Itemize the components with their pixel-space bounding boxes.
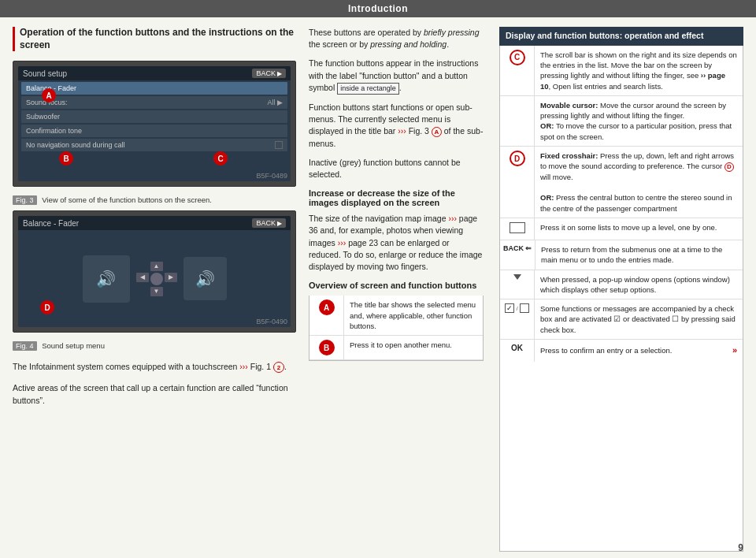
badge-c-screen: C [213,151,228,166]
img-number-1: B5F-0489 [256,172,287,180]
menu-item-subwoofer[interactable]: Subwoofer [21,110,287,123]
speaker-icon-right: 🔊 [183,257,227,300]
rt-row-cursor: Movable cursor: Move the cursor around t… [500,96,743,147]
fig4-caption: Fig. 4 Sound setup menu [13,341,296,350]
arrow-right[interactable]: ▶ [165,273,177,282]
d-inline-badge: D [724,162,734,172]
device-screen-2: Balance - Fader BACK ▶ 🔊 ▲ ◀ [13,210,296,333]
icon-square [510,222,525,233]
fig3-label: Fig. 3 [13,195,37,205]
right-panel-table: C The scroll bar is shown on the right a… [499,46,743,552]
rt-row-triangle: When pressed, a pop-up window opens (opt… [500,270,743,300]
fig4-label: Fig. 4 [13,341,37,351]
checkbox-icon: ✓ / [505,303,528,313]
badge-b-icon: B [319,340,335,355]
ok-icon: OK [511,344,523,352]
section-heading: Operation of the function buttons and th… [13,27,296,51]
icon-d: D [510,151,525,166]
inline-rect: inside a rectangle [337,83,399,95]
middle-column: These buttons are operated by briefly pr… [309,27,487,552]
rt-row-d: D Fixed crosshair: Press the up, down, l… [500,147,743,218]
fig3-caption: Fig. 3 View of some of the function butt… [13,195,296,204]
header-title: Introduction [348,3,408,14]
arrow-down[interactable]: ▼ [150,287,163,296]
fig-ref-badge: 2 [273,362,284,373]
para4: Inactive (grey) function buttons cannot … [309,157,484,180]
right-panel-header: Display and function buttons: operation … [499,27,743,46]
arrow-controls: ▲ ◀ ▶ ▼ [136,262,177,296]
intro-para: These buttons are operated by briefly pr… [309,27,484,50]
icon-c: C [510,50,525,65]
size-para: The size of the navigation map image ›››… [309,213,484,273]
overview-table: A The title bar shows the selected menu … [309,296,484,361]
screen1-back-btn[interactable]: BACK ▶ [252,69,286,78]
page-header: Introduction [0,0,756,17]
badge-b: B [59,151,73,166]
chevron-right-icon: » [732,344,737,356]
overview-row-b: B Press it to open another menu. [309,336,483,360]
center-btn[interactable] [150,273,163,285]
rt-row-back: BACK ⇐ Press to return from the submenus… [500,240,743,270]
screen2-title: Balance - Fader [23,219,79,228]
badge-a-icon: A [319,299,335,315]
rt-row-c: C The scroll bar is shown on the right a… [500,46,743,96]
active-areas-text: Active areas of the screen that call up … [13,382,296,406]
arrow-left[interactable]: ◀ [136,273,149,282]
speaker-icon-left: 🔊 [83,255,130,303]
para3: Function buttons start functions or open… [309,102,484,150]
rt-row-square: Press it on some lists to move up a leve… [500,218,743,240]
rt-row-ok: OK Press to confirm an entry or a select… [500,340,743,362]
subheading1: Increase or decrease the size of the ima… [309,188,484,207]
rt-row-checkbox: ✓ / Some functions or messages are accom… [500,299,743,340]
para2: The function buttons appear in the instr… [309,58,484,94]
menu-item-balance[interactable]: Balance - Fader [21,82,287,95]
fig3-a-badge: A [432,127,442,137]
left-column: Operation of the function buttons and th… [13,27,296,552]
arrow-up[interactable]: ▲ [150,262,163,271]
page-number: 9 [738,542,743,553]
screen1-title: Sound setup [23,69,67,78]
infotainment-text: The Infotainment system comes equipped w… [13,361,296,373]
menu-item-nonavsound[interactable]: No navigation sound during call [21,139,287,151]
img-number-2: B5F-0490 [256,318,287,326]
menu-item-confirmation[interactable]: Confirmation tone [21,125,287,137]
triangle-icon [513,274,521,280]
device-screen-1: Sound setup BACK ▶ Balance - Fader Sound… [13,61,296,187]
menu-item-soundfocus[interactable]: Sound focus: All ▶ [21,96,287,109]
screen2-back-btn[interactable]: BACK ▶ [252,218,286,228]
overview-row-a: A The title bar shows the selected menu … [309,296,483,336]
subheading2: Overview of screen and function buttons [309,281,484,290]
right-panel: Display and function buttons: operation … [499,27,743,552]
back-icon: BACK ⇐ [503,244,532,252]
